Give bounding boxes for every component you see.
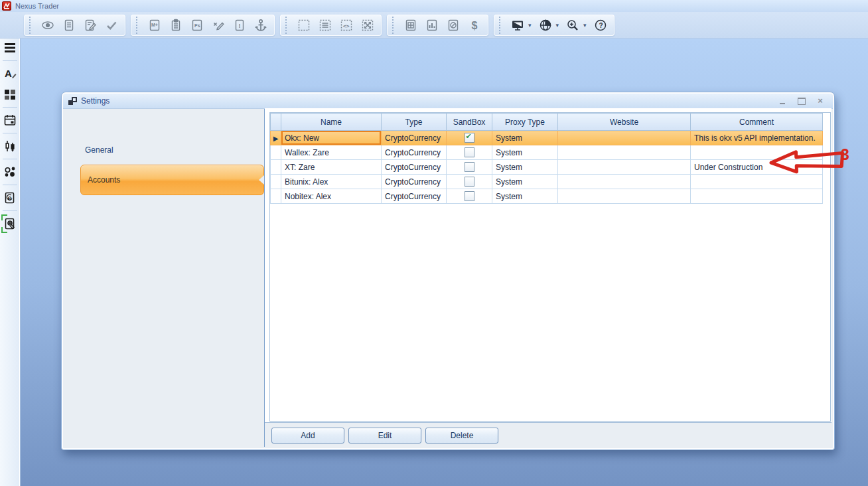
edit-document-icon[interactable] (82, 17, 99, 34)
sandbox-checkbox[interactable] (465, 133, 474, 143)
frame-icon[interactable] (295, 17, 313, 34)
globe-icon[interactable] (537, 17, 554, 34)
eye-icon[interactable] (39, 17, 56, 34)
cell-comment[interactable] (691, 189, 823, 204)
edit-button[interactable]: Edit (348, 428, 421, 444)
frame-code-icon[interactable]: <> (338, 17, 355, 34)
cell-website[interactable] (558, 175, 691, 189)
cell-type[interactable]: CryptoCurrency (382, 131, 447, 145)
cell-type[interactable]: CryptoCurrency (382, 160, 447, 175)
cell-website[interactable] (558, 189, 691, 204)
grid-header-type[interactable]: Type (382, 114, 447, 131)
grid-header-indicator (271, 114, 281, 131)
help-icon[interactable]: ? (592, 17, 609, 34)
sandbox-checkbox[interactable] (465, 162, 474, 172)
cell-proxy-type[interactable]: System (492, 175, 558, 189)
zoom-dropdown-icon[interactable]: ▾ (583, 22, 587, 29)
candlestick-icon[interactable] (1, 138, 19, 154)
mt-document-icon[interactable]: M+ (146, 17, 163, 34)
cell-website[interactable] (558, 160, 691, 175)
toolbar-grip[interactable] (499, 17, 504, 34)
table-row[interactable]: Nobitex: Alex CryptoCurrency System (271, 189, 823, 204)
app-title: Nexus Trader (15, 2, 59, 10)
calendar-icon[interactable] (1, 112, 19, 128)
toolbar-grip[interactable] (285, 17, 290, 34)
sandbox-checkbox[interactable] (465, 147, 474, 157)
alert-document-icon[interactable]: ! (231, 17, 248, 34)
settings-document-icon[interactable] (1, 216, 19, 232)
zoom-icon[interactable] (564, 17, 581, 34)
cell-name[interactable]: XT: Zare (281, 160, 382, 175)
table-row[interactable]: XT: Zare CryptoCurrency System Under Con… (271, 160, 823, 175)
dialog-titlebar[interactable]: Settings × (63, 94, 833, 109)
grid-header-comment[interactable]: Comment (691, 114, 823, 131)
cell-type[interactable]: CryptoCurrency (382, 175, 447, 189)
add-button[interactable]: Add (271, 428, 344, 444)
monitor-icon[interactable] (509, 17, 526, 34)
cell-name[interactable]: Nobitex: Alex (281, 189, 382, 204)
table-row[interactable]: ▶ Okx: New CryptoCurrency System This is… (271, 131, 823, 145)
cell-comment[interactable] (691, 175, 823, 189)
accounts-grid[interactable]: Name Type SandBox Proxy Type Website Com… (269, 112, 831, 422)
accounts-table: Name Type SandBox Proxy Type Website Com… (270, 113, 823, 204)
nav-item-general[interactable]: General (85, 145, 113, 155)
scatter-icon[interactable] (1, 164, 19, 180)
globe-dropdown-icon[interactable]: ▾ (556, 22, 559, 29)
clipboard-icon[interactable] (167, 17, 184, 34)
cell-website[interactable] (558, 145, 691, 160)
dialog-title: Settings (81, 96, 109, 106)
side-separator (3, 60, 17, 61)
sandbox-checkbox[interactable] (465, 191, 474, 201)
table-row[interactable]: Wallex: Zare CryptoCurrency System (271, 145, 823, 160)
cascade-windows-icon (68, 97, 77, 105)
chart-document-icon[interactable] (423, 17, 441, 34)
cell-proxy-type[interactable]: System (492, 189, 558, 204)
grid-header-website[interactable]: Website (558, 114, 691, 131)
dollar-icon[interactable]: $ (466, 17, 483, 34)
minimize-button[interactable] (778, 97, 788, 105)
anchor-icon[interactable] (252, 17, 269, 34)
checkmark-icon[interactable] (103, 17, 120, 34)
frame-expand-icon[interactable] (359, 17, 376, 34)
app-window: Nexus Trader M+ Ps (0, 0, 868, 486)
font-edit-icon[interactable]: A (1, 66, 19, 82)
svg-text:?: ? (599, 22, 603, 29)
svg-text:A: A (5, 68, 12, 79)
sandbox-checkbox[interactable] (465, 177, 474, 187)
toolbar-group-display: ▾ ▾ ▾ ? (494, 15, 615, 36)
document-icon[interactable] (60, 17, 78, 34)
cell-type[interactable]: CryptoCurrency (382, 145, 447, 160)
cell-name[interactable]: Wallex: Zare (281, 145, 382, 160)
table-row[interactable]: Bitunix: Alex CryptoCurrency System (271, 175, 823, 189)
monitor-dropdown-icon[interactable]: ▾ (528, 22, 532, 29)
grid-header-sandbox[interactable]: SandBox (447, 114, 492, 131)
cell-proxy-type[interactable]: System (492, 160, 558, 175)
cell-proxy-type[interactable]: System (492, 131, 558, 145)
layout-icon[interactable] (1, 86, 19, 102)
ps-document-icon[interactable]: Ps (188, 17, 206, 34)
close-button[interactable]: × (816, 97, 825, 105)
grid-header-proxy-type[interactable]: Proxy Type (492, 114, 558, 131)
cell-website[interactable] (558, 131, 691, 145)
erase-edit-icon[interactable] (210, 17, 227, 34)
toolbar-grip[interactable] (29, 17, 34, 34)
grid-header-row: Name Type SandBox Proxy Type Website Com… (271, 114, 823, 131)
menu-icon[interactable] (1, 40, 19, 56)
cell-name[interactable]: Bitunix: Alex (281, 175, 382, 189)
grid-header-name[interactable]: Name (281, 114, 382, 131)
frame-lines-icon[interactable] (317, 17, 334, 34)
cell-comment[interactable]: This is okx v5 API implementation. (691, 131, 823, 145)
nav-item-accounts[interactable]: Accounts (80, 165, 264, 195)
cell-proxy-type[interactable]: System (492, 145, 558, 160)
main-toolbar: M+ Ps ! <> (0, 12, 868, 39)
toolbar-group-view (24, 15, 125, 36)
table-document-icon[interactable] (402, 17, 419, 34)
toolbar-grip[interactable] (392, 17, 397, 34)
blocked-document-icon[interactable] (445, 17, 462, 34)
toolbar-grip[interactable] (136, 17, 141, 34)
delete-button[interactable]: Delete (425, 428, 498, 444)
cell-name[interactable]: Okx: New (281, 131, 382, 145)
maximize-button[interactable] (797, 97, 806, 105)
cell-type[interactable]: CryptoCurrency (382, 189, 447, 204)
explorer-document-icon[interactable]: e (1, 190, 19, 206)
